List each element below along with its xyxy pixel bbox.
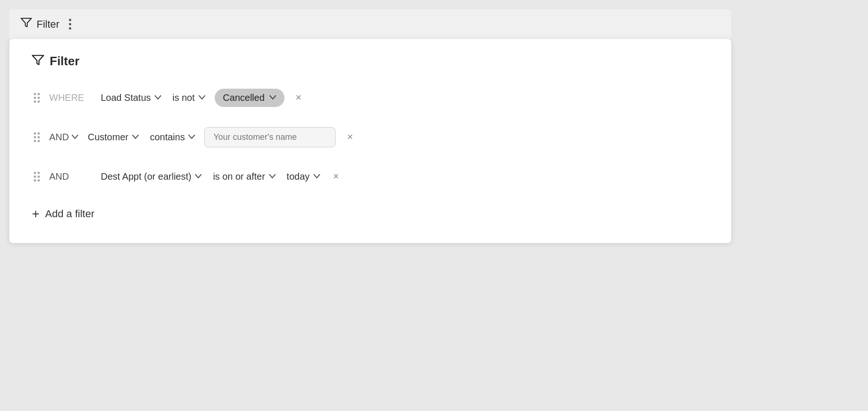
- value-input-2[interactable]: [204, 127, 336, 147]
- field-dropdown-3[interactable]: Dest Appt (or earliest): [99, 168, 203, 185]
- top-bar-title-text: Filter: [37, 18, 60, 30]
- connector-chevron-2: [72, 133, 78, 141]
- panel-title: Filter: [50, 54, 80, 68]
- drag-handle-2[interactable]: [32, 130, 42, 144]
- panel-header: Filter: [32, 54, 709, 68]
- filter-panel: Filter WHERE Load Status is not Cancelle…: [9, 39, 731, 243]
- remove-filter-1[interactable]: ×: [292, 91, 306, 105]
- connector-label-1: WHERE: [49, 92, 91, 103]
- operator-dropdown-1[interactable]: is not: [171, 90, 207, 106]
- operator-chevron-1: [199, 94, 205, 101]
- value-label-3: today: [287, 171, 310, 182]
- value-chevron-1: [269, 94, 276, 101]
- field-chevron-3: [195, 173, 202, 180]
- field-label-3: Dest Appt (or earliest): [101, 171, 191, 182]
- connector-dropdown-2[interactable]: AND: [49, 132, 78, 143]
- top-bar: Filter: [9, 9, 731, 39]
- value-dropdown-3[interactable]: today: [285, 168, 322, 185]
- value-label-1: Cancelled: [223, 92, 265, 103]
- field-chevron-2: [132, 133, 139, 141]
- plus-icon: +: [32, 207, 39, 221]
- field-label-1: Load Status: [101, 92, 151, 103]
- top-bar-filter-icon: [21, 18, 32, 31]
- value-chevron-3: [314, 173, 320, 180]
- filter-row-2: AND Customer contains ×: [32, 125, 709, 149]
- drag-handle-3[interactable]: [32, 170, 42, 183]
- top-bar-title: Filter: [21, 18, 60, 31]
- connector-label-2: AND: [49, 132, 69, 143]
- operator-dropdown-2[interactable]: contains: [148, 129, 197, 145]
- filter-row-3: AND Dest Appt (or earliest) is on or aft…: [32, 164, 709, 189]
- more-options-button[interactable]: [67, 17, 73, 31]
- panel-filter-icon: [32, 55, 44, 68]
- remove-filter-2[interactable]: ×: [343, 130, 357, 144]
- filter-row-1: WHERE Load Status is not Cancelled ×: [32, 85, 709, 110]
- operator-chevron-3: [269, 173, 276, 180]
- operator-label-3: is on or after: [213, 171, 265, 182]
- remove-filter-3[interactable]: ×: [329, 169, 343, 183]
- operator-label-2: contains: [150, 132, 185, 143]
- operator-chevron-2: [188, 133, 195, 141]
- field-chevron-1: [155, 94, 161, 101]
- field-dropdown-2[interactable]: Customer: [86, 129, 141, 145]
- add-filter-label: Add a filter: [45, 208, 94, 220]
- operator-dropdown-3[interactable]: is on or after: [211, 168, 277, 185]
- drag-handle-1[interactable]: [32, 91, 42, 105]
- field-dropdown-1[interactable]: Load Status: [99, 90, 163, 106]
- operator-label-1: is not: [172, 92, 195, 103]
- value-pill-1[interactable]: Cancelled: [215, 89, 284, 107]
- add-filter-button[interactable]: + Add a filter: [32, 204, 95, 224]
- field-label-2: Customer: [88, 132, 128, 143]
- connector-label-3: AND: [49, 171, 91, 182]
